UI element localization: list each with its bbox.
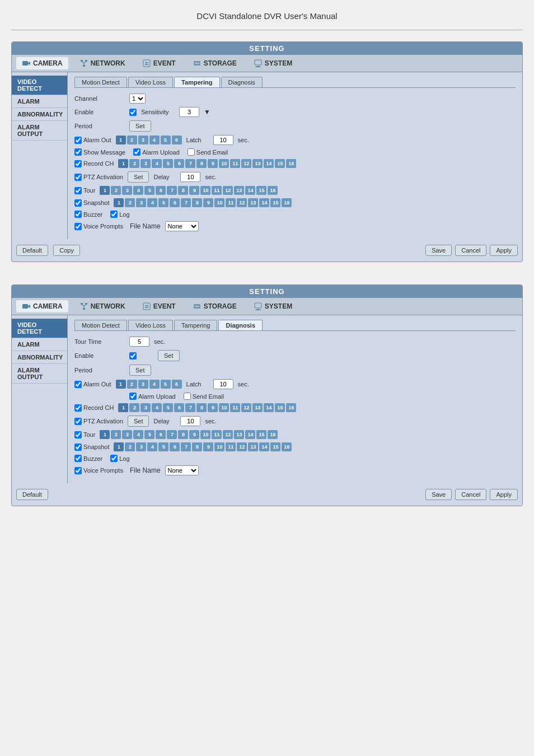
save-btn-2[interactable]: Save	[425, 489, 452, 500]
tour-check-2[interactable]	[74, 431, 82, 438]
ptz-sec-label-2: sec.	[205, 418, 216, 424]
nav-system-1[interactable]: SYSTEM	[248, 57, 298, 69]
latch-input-1[interactable]	[213, 135, 233, 145]
ch-box-1-6[interactable]: 6	[172, 136, 182, 144]
panel1-footer: Default Copy Save Cancel Apply	[12, 245, 522, 256]
nav-network-label-2: NETWORK	[91, 302, 125, 310]
delay-input-2[interactable]	[180, 416, 200, 426]
sidebar-alarm-1[interactable]: ALARM	[12, 95, 67, 108]
buzzer-row-2: Buzzer Log	[74, 455, 516, 462]
sidebar-video-detect-2[interactable]: VIDEO DETECT	[12, 319, 67, 338]
ch-box-1-5[interactable]: 5	[161, 136, 171, 144]
buzzer-check-1[interactable]	[74, 211, 82, 218]
log-check-1[interactable]	[110, 211, 118, 218]
send-email-check-1[interactable]	[188, 148, 195, 156]
nav-camera-label-2: CAMERA	[33, 302, 63, 310]
show-message-check-1[interactable]	[74, 148, 82, 156]
tour-check-1[interactable]	[74, 187, 82, 194]
default-btn-2[interactable]: Default	[16, 489, 48, 500]
nav-storage-1[interactable]: STORAGE	[187, 57, 242, 69]
channel-select-1[interactable]: 1234	[129, 94, 146, 104]
snapshot-check-2[interactable]	[74, 444, 82, 451]
save-btn-1[interactable]: Save	[425, 245, 452, 256]
nav-system-2[interactable]: SYSTEM	[248, 300, 298, 312]
copy-btn-1[interactable]: Copy	[53, 245, 80, 256]
tab-motion-detect-2[interactable]: Motion Detect	[74, 320, 127, 330]
nav-system-label-1: SYSTEM	[265, 59, 292, 67]
alarm-out-row-1: Alarm Out 1 2 3 4 5 6 Latch sec.	[74, 135, 516, 145]
snapshot-channels-2: 1 2 3 4 5 6 7 8 9 10 11 12 13 14 15 16	[114, 442, 292, 451]
enable-row-2: Enable Set	[74, 350, 516, 361]
alarm-out-channels-2: 1 2 3 4 5 6	[116, 380, 182, 389]
sidebar-alarm-output-1[interactable]: ALARM OUTPUT	[12, 121, 67, 141]
tab-diagnosis-1[interactable]: Diagnosis	[221, 77, 263, 87]
record-ch-check-2[interactable]	[74, 404, 82, 412]
ch-box-1-1[interactable]: 1	[116, 136, 126, 144]
svg-line-6	[82, 62, 84, 63]
nav-network-2[interactable]: NETWORK	[74, 300, 131, 312]
svg-rect-18	[81, 303, 83, 305]
sidebar-video-detect-1[interactable]: VIDEO DETECT	[12, 76, 67, 95]
cancel-btn-1[interactable]: Cancel	[455, 245, 486, 256]
file-name-select-2[interactable]: None	[165, 465, 199, 475]
tab-video-loss-1[interactable]: Video Loss	[128, 77, 173, 87]
tab-video-loss-2[interactable]: Video Loss	[128, 320, 173, 330]
tour-time-input-2[interactable]	[129, 337, 149, 347]
record-ch-check-1[interactable]	[74, 160, 82, 167]
nav-storage-2[interactable]: STORAGE	[187, 300, 242, 312]
delay-input-1[interactable]	[180, 172, 200, 182]
svg-line-23	[84, 305, 86, 306]
alarm-out-check-2[interactable]	[74, 381, 82, 388]
panel2-footer: Default Save Cancel Apply	[12, 489, 522, 500]
nav-camera-1[interactable]: CAMERA	[16, 57, 68, 69]
period-set-btn-1[interactable]: Set	[129, 120, 151, 132]
enable-set-btn-2[interactable]: Set	[158, 350, 180, 361]
log-check-2[interactable]	[110, 455, 118, 462]
nav-event-label-2: EVENT	[153, 302, 176, 310]
latch-input-2[interactable]	[213, 379, 233, 389]
sidebar-abnormality-1[interactable]: ABNORMALITY	[12, 108, 67, 121]
svg-marker-17	[28, 305, 30, 308]
alarm-upload-check-1[interactable]	[133, 148, 140, 156]
sensitivity-input-1[interactable]	[179, 107, 199, 117]
panel1-body: VIDEO DETECT ALARM ABNORMALITY ALARM OUT…	[12, 72, 522, 239]
upload-row-2: Alarm Upload Send Email	[74, 393, 516, 400]
ch-box-1-3[interactable]: 3	[138, 136, 148, 144]
ptz-check-2[interactable]	[74, 418, 82, 425]
sidebar-alarm-output-2[interactable]: ALARM OUTPUT	[12, 364, 67, 384]
apply-btn-2[interactable]: Apply	[490, 489, 518, 500]
tab-motion-detect-1[interactable]: Motion Detect	[74, 77, 127, 87]
nav-camera-label-1: CAMERA	[33, 59, 63, 67]
apply-btn-1[interactable]: Apply	[490, 245, 518, 256]
nav-network-1[interactable]: NETWORK	[74, 57, 131, 69]
ch-box-1-2[interactable]: 2	[127, 136, 137, 144]
enable-checkbox-2[interactable]	[129, 352, 137, 360]
tab-tampering-2[interactable]: Tampering	[174, 320, 217, 330]
send-email-check-2[interactable]	[184, 393, 191, 400]
svg-line-7	[84, 62, 86, 63]
record-ch-row-1: Record CH 1 2 3 4 5 6 7 8 9 10 11 12 13 …	[74, 159, 516, 168]
nav-event-1[interactable]: EVENT	[137, 57, 181, 69]
default-btn-1[interactable]: Default	[16, 245, 48, 256]
enable-checkbox-1[interactable]	[129, 109, 137, 116]
voice-prompts-check-1[interactable]	[74, 223, 82, 230]
nav-camera-2[interactable]: CAMERA	[16, 300, 68, 312]
ptz-set-btn-2[interactable]: Set	[128, 416, 149, 427]
alarm-out-check-1: Alarm Out	[74, 137, 111, 144]
nav-event-2[interactable]: EVENT	[137, 300, 181, 312]
sidebar-abnormality-2[interactable]: ABNORMALITY	[12, 351, 67, 364]
ch-box-1-4[interactable]: 4	[149, 136, 160, 144]
voice-prompts-row-1: Voice Prompts File Name None	[74, 221, 516, 231]
period-set-btn-2[interactable]: Set	[129, 365, 151, 376]
buzzer-check-2[interactable]	[74, 455, 82, 462]
snapshot-check-1[interactable]	[74, 199, 82, 207]
voice-prompts-check-2[interactable]	[74, 467, 82, 474]
file-name-select-1[interactable]: None	[165, 221, 199, 231]
tab-tampering-1[interactable]: Tampering	[174, 77, 219, 87]
tab-diagnosis-2[interactable]: Diagnosis	[218, 320, 263, 330]
ptz-set-btn-1[interactable]: Set	[128, 171, 149, 183]
ptz-check-1[interactable]	[74, 174, 82, 181]
sidebar-alarm-2[interactable]: ALARM	[12, 338, 67, 351]
alarm-upload-check-2[interactable]	[129, 393, 137, 400]
cancel-btn-2[interactable]: Cancel	[455, 489, 486, 500]
